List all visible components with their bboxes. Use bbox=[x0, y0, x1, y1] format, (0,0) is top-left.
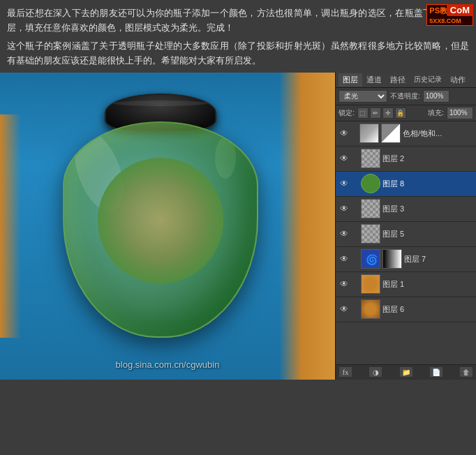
tab-channels[interactable]: 通道 bbox=[362, 73, 386, 87]
main-container: PS教程论坛 5XX8.COM 最后还想在深入下去的朋友还可以为你的瓶子添加一个… bbox=[0, 0, 476, 455]
thumb-hue-saturation bbox=[359, 124, 379, 143]
eye-icon-8[interactable]: 👁 bbox=[339, 178, 350, 189]
thumb-layer1 bbox=[361, 274, 380, 294]
layers-list[interactable]: 👁 色相/饱和... 👁 图层 2 👁 bbox=[336, 121, 476, 364]
mask-hue-saturation bbox=[381, 124, 401, 143]
dog-fur-right bbox=[279, 73, 335, 380]
opacity-label: 不透明度: bbox=[390, 91, 420, 101]
tab-history[interactable]: 历史记录 bbox=[410, 73, 446, 86]
layer-name-8: 图层 8 bbox=[382, 179, 473, 189]
layer-name-6: 图层 6 bbox=[382, 304, 473, 315]
thumb-layer7: 🌀 bbox=[361, 249, 380, 269]
thumb-layer2 bbox=[361, 149, 380, 168]
opacity-input[interactable] bbox=[423, 90, 449, 103]
ps-panel: 图层 通道 路径 历史记录 动作 柔光 不透明度: 锁定: ⬚ ✏ bbox=[335, 73, 476, 380]
group-button[interactable]: 📁 bbox=[399, 366, 413, 378]
thumb-layer7-main: 🌀 bbox=[362, 250, 380, 269]
eye-icon-1[interactable]: 👁 bbox=[339, 278, 350, 290]
layer-item-2[interactable]: 👁 图层 2 bbox=[336, 147, 476, 172]
com-badge: CoM bbox=[447, 4, 473, 16]
layer-name-hue: 色相/饱和... bbox=[403, 128, 473, 139]
layer-name-3: 图层 3 bbox=[382, 204, 473, 214]
panel-tabs: 图层 通道 路径 历史记录 动作 bbox=[336, 73, 476, 88]
layer-item-8[interactable]: 👁 图层 8 bbox=[336, 172, 476, 197]
lock-label: 锁定: bbox=[339, 108, 355, 118]
fx-button[interactable]: fx bbox=[339, 366, 352, 378]
tab-paths[interactable]: 路径 bbox=[386, 73, 410, 87]
thumb-layer8 bbox=[361, 174, 380, 193]
blend-mode-select[interactable]: 柔光 bbox=[339, 90, 387, 103]
thumb-layer3 bbox=[361, 199, 380, 218]
fill-label: 填充: bbox=[428, 108, 444, 118]
layer-name-5: 图层 5 bbox=[382, 229, 473, 239]
layer-name-2: 图层 2 bbox=[382, 154, 473, 164]
blend-mode-row: 柔光 不透明度: bbox=[336, 88, 476, 105]
image-area: blog.sina.com.cn/cgwubin bbox=[0, 73, 335, 380]
new-fill-button[interactable]: ◑ bbox=[369, 366, 382, 378]
eye-icon-7[interactable]: 👁 bbox=[339, 253, 350, 264]
layer-item-3[interactable]: 👁 图层 3 bbox=[336, 197, 476, 222]
eye-icon-3[interactable]: 👁 bbox=[339, 203, 350, 214]
layer-name-1: 图层 1 bbox=[382, 279, 473, 290]
layer-item-6[interactable]: 👁 图层 6 bbox=[336, 297, 476, 322]
layer-item-1[interactable]: 👁 图层 1 bbox=[336, 272, 476, 297]
bottom-bar: fx ◑ 📁 📄 🗑 bbox=[336, 364, 476, 380]
paragraph2: 这个瓶子的案例涵盖了关于透明瓶子处理的大多数应用（除了投影和折射光斑）虽然教程很… bbox=[7, 38, 469, 68]
eye-icon-6[interactable]: 👁 bbox=[339, 304, 350, 315]
watermark-url: 5XX8.COM bbox=[429, 17, 461, 24]
delete-layer-button[interactable]: 🗑 bbox=[459, 366, 473, 378]
new-layer-button[interactable]: 📄 bbox=[429, 366, 443, 378]
jar-reflection bbox=[98, 158, 223, 283]
lock-all-btn[interactable]: 🔒 bbox=[395, 107, 406, 119]
eye-icon-5[interactable]: 👁 bbox=[339, 228, 350, 239]
paragraph1: 最后还想在深入下去的朋友还可以为你的瓶子添加一个颜色，方法也很简单，调出瓶身的选… bbox=[7, 6, 469, 36]
lock-transparent-btn[interactable]: ⬚ bbox=[357, 107, 369, 119]
eye-icon-2[interactable]: 👁 bbox=[339, 153, 350, 164]
layer-item-hue-saturation[interactable]: 👁 色相/饱和... bbox=[336, 121, 476, 147]
lock-position-btn[interactable]: ✛ bbox=[382, 107, 394, 119]
dog-fur-left bbox=[0, 114, 21, 338]
jar-body bbox=[63, 121, 258, 338]
content-area: blog.sina.com.cn/cgwubin 图层 通道 路径 历史记录 动… bbox=[0, 73, 476, 380]
lock-icons: ⬚ ✏ ✛ 🔒 bbox=[357, 107, 406, 119]
blog-watermark: blog.sina.com.cn/cgwubin bbox=[116, 359, 220, 370]
layer-item-5[interactable]: 👁 图层 5 bbox=[336, 222, 476, 247]
lock-pixel-btn[interactable]: ✏ bbox=[370, 107, 381, 119]
thumb-layer6 bbox=[361, 299, 380, 319]
tab-actions[interactable]: 动作 bbox=[446, 73, 470, 87]
lock-row: 锁定: ⬚ ✏ ✛ 🔒 填充: bbox=[336, 105, 476, 121]
layer-item-7[interactable]: 👁 🌀 图层 7 bbox=[336, 247, 476, 272]
mask-layer7 bbox=[382, 249, 402, 269]
eye-icon-hue[interactable]: 👁 bbox=[339, 128, 350, 139]
text-area: PS教程论坛 5XX8.COM 最后还想在深入下去的朋友还可以为你的瓶子添加一个… bbox=[0, 0, 476, 73]
jar-reflection-inner bbox=[98, 158, 223, 283]
glass-jar bbox=[42, 94, 279, 359]
thumb-layer5 bbox=[361, 224, 380, 244]
tab-layers[interactable]: 图层 bbox=[339, 73, 362, 87]
layer-name-7: 图层 7 bbox=[404, 254, 473, 264]
fill-input[interactable] bbox=[447, 107, 473, 119]
